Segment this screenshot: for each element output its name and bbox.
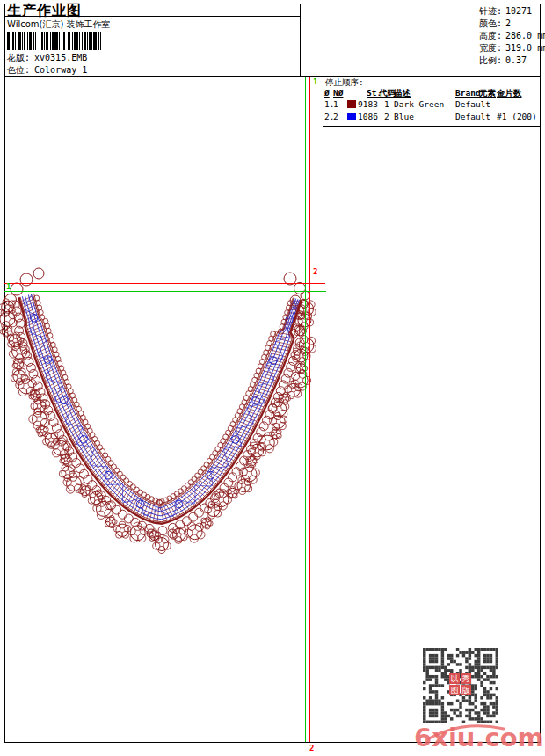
row1-desc: Dark Green	[394, 99, 444, 109]
pattern-value: xv0315.EMB	[34, 53, 87, 62]
scale-label: 比例:	[479, 55, 502, 65]
stamp-char-1: 以	[449, 673, 460, 684]
canvas-divider-line	[323, 76, 323, 743]
row2-st: 1086	[358, 112, 378, 121]
infobox-bottom-line	[476, 69, 541, 69]
pattern-label: 花版:	[7, 53, 30, 62]
pattern-row: 花版:xv0315.EMB	[7, 52, 87, 64]
infobox-left-line	[476, 4, 476, 69]
end-vertical-guide-line	[309, 77, 310, 742]
production-worksheet: 生产作业图 Wilcom(汇京) 装饰工作室 花版:xv0315.EMB 色位:…	[0, 0, 545, 756]
colors-row: 颜色:2	[479, 18, 511, 30]
row2-code: 2	[384, 112, 389, 121]
width-row: 宽度:319.0 mm	[479, 42, 545, 55]
start-marker-top: 1	[313, 78, 317, 86]
start-marker-left: 1	[6, 283, 11, 291]
row1-st: 9183	[358, 99, 378, 109]
height-label: 高度:	[479, 31, 502, 40]
stamp-seal: 以 秀 图 版	[449, 673, 472, 696]
watermark-site: 6xiu.com	[414, 723, 544, 752]
row2-brand: Default	[455, 112, 490, 121]
end-marker-right: 2	[313, 268, 317, 276]
col-brand: Brand	[455, 88, 481, 98]
stitches-value: 10271	[505, 6, 532, 16]
row2-sequin: #1 (200)	[497, 112, 537, 121]
width-label: 宽度:	[479, 43, 502, 53]
stop-sequence-table: 停止顺序: Ø NØ St. 代码 描述 Brand 元素 金片数 1. 1 9…	[323, 76, 541, 126]
col-element: 元素	[479, 88, 496, 99]
scale-row: 比例:0.37	[479, 55, 527, 67]
colorway-label: 色位:	[7, 65, 30, 75]
col-sequin: 金片数	[497, 88, 522, 99]
colors-label: 颜色:	[479, 18, 502, 28]
row1-brand: Default	[455, 99, 490, 109]
stitches-row: 针迹:10271	[479, 5, 532, 18]
stop-sequence-title: 停止顺序:	[325, 77, 364, 89]
colorway-row: 色位:Colorway 1	[7, 64, 87, 76]
end-marker-bottom: 2	[309, 745, 314, 752]
stitches-label: 针迹:	[479, 6, 502, 16]
title-rule	[4, 16, 300, 17]
row2-needle: 2	[333, 112, 338, 121]
stamp-char-3: 图	[449, 685, 460, 695]
start-vertical-guide-line	[305, 77, 306, 742]
row1-color-swatch	[347, 100, 356, 108]
page-title: 生产作业图	[7, 2, 82, 20]
header-divider-line	[300, 4, 301, 77]
colors-value: 2	[505, 18, 511, 28]
row2-desc: Blue	[394, 112, 414, 121]
row2-color-swatch	[347, 113, 356, 120]
colorway-value: Colorway 1	[34, 65, 87, 75]
end-horizontal-guide-line	[4, 283, 325, 284]
barcode	[7, 32, 113, 50]
table-bottom-line	[323, 126, 541, 127]
col-needle: NØ	[333, 88, 343, 98]
height-row: 高度:286.0 mm	[479, 30, 545, 42]
row1-code: 1	[384, 99, 389, 109]
row1-needle: 1	[333, 99, 338, 109]
col-desc: 描述	[394, 88, 411, 99]
width-value: 319.0 mm	[505, 43, 545, 53]
studio-name: Wilcom(汇京) 装饰工作室	[7, 18, 111, 31]
stamp-char-2: 秀	[461, 673, 471, 684]
height-value: 286.0 mm	[505, 31, 545, 40]
stamp-char-4: 版	[461, 685, 471, 695]
scale-value: 0.37	[505, 55, 527, 65]
start-horizontal-guide-line	[4, 291, 326, 292]
col-seq: Ø	[324, 88, 330, 98]
